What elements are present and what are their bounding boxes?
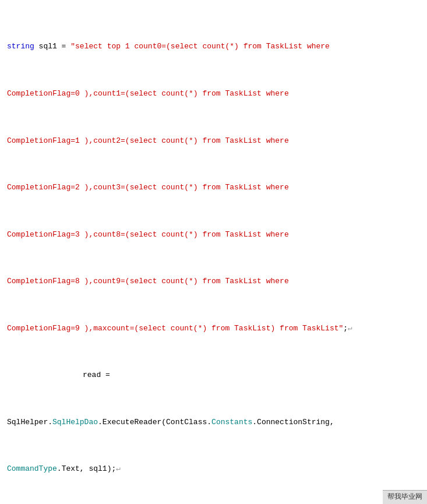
- code-line-4: CompletionFlag=2 ),count3=(select count(…: [7, 182, 420, 193]
- code-line-5: CompletionFlag=3 ),count8=(select count(…: [7, 229, 420, 241]
- code-line-7: CompletionFlag=9 ),maxcount=(select coun…: [7, 323, 420, 334]
- code-line-3: CompletionFlag=1 ),count2=(select count(…: [7, 135, 420, 147]
- code-line-10: CommandType.Text, sql1);↵: [7, 463, 420, 475]
- keyword-string: string: [7, 42, 34, 51]
- code-display: string sql1 = "select top 1 count0=(sele…: [7, 6, 420, 504]
- code-line-8: read =: [7, 369, 420, 381]
- footer-bar: 帮我毕业网: [383, 490, 427, 504]
- code-line-9: SqlHelper.SqlHelpDao.ExecuteReader(ContC…: [7, 417, 420, 428]
- code-line-6: CompletionFlag=8 ),count9=(select count(…: [7, 276, 420, 287]
- code-line-2: CompletionFlag=0 ),count1=(select count(…: [7, 88, 420, 100]
- footer-text: 帮我毕业网: [387, 493, 422, 501]
- code-line-1: string sql1 = "select top 1 count0=(sele…: [7, 41, 420, 52]
